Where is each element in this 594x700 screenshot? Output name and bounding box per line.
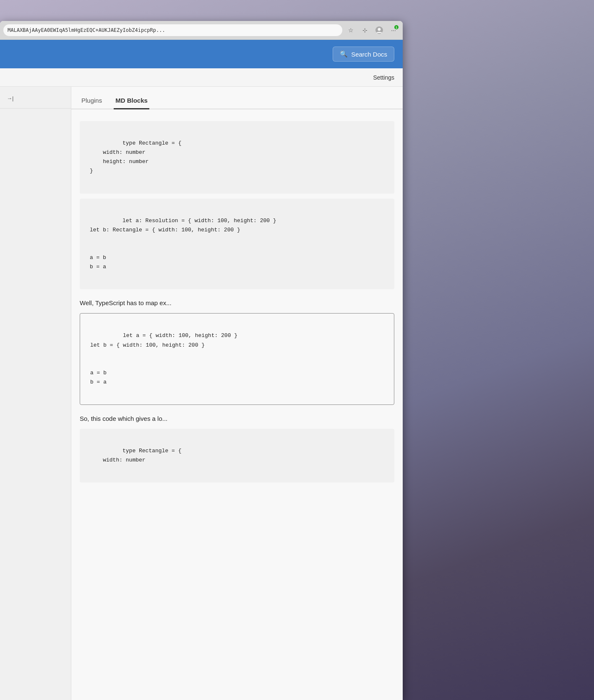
settings-bar: Settings — [0, 68, 403, 87]
tab-plugins-label: Plugins — [81, 97, 102, 104]
collapse-icon: →| — [7, 95, 13, 101]
bookmark-button[interactable]: ☆ — [345, 24, 357, 36]
sidebar-collapse-button[interactable]: →| — [0, 92, 71, 105]
section-text-2: So, this code which gives a lo... — [80, 410, 394, 424]
update-badge: 1 — [394, 25, 399, 29]
browser-chrome: MALAXBAjAAyEA0EWIqA5lmHgEzEQC+AUKJAEZyIo… — [0, 21, 403, 40]
tab-md-blocks-label: MD Blocks — [115, 97, 148, 104]
content-area[interactable]: Plugins MD Blocks type Rectangle = { wid… — [71, 87, 403, 700]
url-text: MALAXBAjAAyEA0EWIqA5lmHgEzEQC+AUKJAEZyIo… — [8, 27, 165, 33]
code-block-2: let a: Resolution = { width: 100, height… — [80, 199, 394, 290]
docs-header: 🔍 Search Docs — [0, 40, 403, 68]
browser-window: MALAXBAjAAyEA0EWIqA5lmHgEzEQC+AUKJAEZyIo… — [0, 21, 403, 700]
profile-button[interactable] — [373, 24, 385, 36]
collections-button[interactable]: ⊹ — [359, 24, 371, 36]
search-docs-label: Search Docs — [351, 51, 387, 58]
code-block-3: let a = { width: 100, height: 200 } let … — [80, 313, 394, 405]
address-bar[interactable]: MALAXBAjAAyEA0EWIqA5lmHgEzEQC+AUKJAEZyIo… — [3, 24, 342, 36]
search-icon: 🔍 — [340, 50, 348, 58]
more-button[interactable]: ··· 1 — [388, 24, 399, 36]
tab-md-blocks[interactable]: MD Blocks — [114, 93, 149, 109]
section-text-1: Well, TypeScript has to map ex... — [80, 294, 394, 308]
code-block-1: type Rectangle = { width: number height:… — [80, 121, 394, 194]
address-bar-row: MALAXBAjAAyEA0EWIqA5lmHgEzEQC+AUKJAEZyIo… — [0, 21, 403, 39]
tab-plugins[interactable]: Plugins — [80, 93, 104, 109]
sidebar-divider — [0, 108, 71, 109]
search-docs-button[interactable]: 🔍 Search Docs — [333, 47, 394, 62]
settings-link[interactable]: Settings — [373, 74, 394, 81]
sidebar: →| — [0, 87, 71, 700]
main-area: →| Plugins MD Blocks type Rectangle = { … — [0, 87, 403, 700]
tabs-bar: Plugins MD Blocks — [71, 87, 403, 109]
content-body: type Rectangle = { width: number height:… — [71, 109, 403, 494]
code-block-4: type Rectangle = { width: number — [80, 429, 394, 482]
svg-point-1 — [378, 28, 381, 31]
